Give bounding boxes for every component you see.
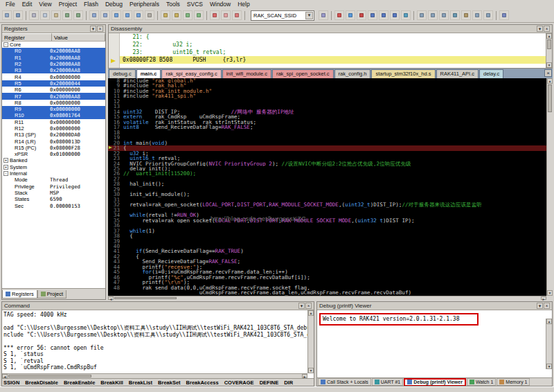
- command-button-breakaccess[interactable]: BreakAccess: [186, 380, 219, 386]
- editor-tab-rak-spi-open-socket-c[interactable]: rak_spi_open_socket.c: [272, 69, 334, 78]
- scroll-down-icon[interactable]: ▼: [546, 62, 552, 68]
- command-button-breakdisable[interactable]: BreakDisable: [25, 380, 58, 386]
- command-vertical-scrollbar[interactable]: ▲ ▼: [307, 310, 314, 373]
- navigate-back-icon[interactable]: [89, 10, 99, 20]
- bottom-tab-call-stack-locals[interactable]: Call Stack + Locals: [318, 378, 371, 386]
- register-row-xpsr[interactable]: xPSR0x01000000: [2, 151, 105, 157]
- scroll-up-icon[interactable]: ▲: [308, 310, 314, 316]
- editor-tab-rak411-api-c[interactable]: RAK411_API.c: [436, 69, 479, 78]
- pin-icon[interactable]: ▾: [90, 26, 96, 32]
- memory-window-icon[interactable]: [472, 10, 482, 20]
- menu-tools[interactable]: Tools: [163, 1, 184, 8]
- save-icon[interactable]: [2, 10, 12, 20]
- menu-file[interactable]: File: [2, 1, 19, 8]
- register-row-core[interactable]: -Core: [2, 42, 105, 48]
- menu-help[interactable]: Help: [234, 1, 253, 8]
- register-row-stack[interactable]: StackMSP: [2, 190, 105, 196]
- run-to-cursor-icon[interactable]: [401, 10, 411, 20]
- register-row-r3[interactable]: R30x20000AA8: [2, 67, 105, 73]
- scroll-right-icon[interactable]: ►: [541, 296, 546, 300]
- editor-tab-rak-spi-easy-config-c[interactable]: rak_spi_easy_config.c: [161, 69, 221, 78]
- command-button-breakset[interactable]: BreakSet: [158, 380, 181, 386]
- printf-viewer-output[interactable]: Welcome to RAK421 version=2.0.1.31-2.1.3…: [317, 310, 552, 377]
- register-row-r7[interactable]: R70x20000AA8: [2, 93, 105, 99]
- bottom-tab-watch-1[interactable]: Watch 1: [467, 378, 496, 386]
- paste-icon[interactable]: [51, 10, 61, 20]
- insert-breakpoint-icon[interactable]: [210, 10, 220, 20]
- command-button-coverage[interactable]: COVERAGE: [224, 380, 254, 386]
- disassembly-window-icon[interactable]: [428, 10, 438, 20]
- register-row-r11[interactable]: R110x00000000: [2, 119, 105, 125]
- register-row-privilege[interactable]: PrivilegePrivileged: [2, 184, 105, 190]
- save-all-icon[interactable]: [13, 10, 23, 20]
- editor-tab-rak-config-h[interactable]: rak_config.h: [334, 69, 371, 78]
- command-button-breakenable[interactable]: BreakEnable: [64, 380, 95, 386]
- indent-icon[interactable]: [161, 10, 170, 20]
- step-out-icon[interactable]: [390, 10, 400, 20]
- register-row-r6[interactable]: R60x00000000: [2, 87, 105, 93]
- editor-tab-debug-c[interactable]: debug.c: [109, 69, 136, 78]
- register-row-r15-pc[interactable]: R15 (PC)0x08000F28: [2, 145, 105, 151]
- bottom-tab-debug-printf-viewer[interactable]: Debug (printf) Viewer: [404, 378, 466, 386]
- scroll-down-icon[interactable]: ▼: [546, 364, 552, 369]
- kill-breakpoints-icon[interactable]: [232, 10, 242, 20]
- disassembly-scrollbar[interactable]: ▲ ▼: [546, 33, 552, 68]
- editor-tab-main-c[interactable]: main.c: [136, 69, 161, 78]
- register-row-sec[interactable]: Sec0.00000153: [2, 202, 105, 208]
- expand-plus-icon[interactable]: +: [3, 158, 8, 163]
- step-over-icon[interactable]: [379, 10, 388, 20]
- pin-icon[interactable]: ▾: [537, 303, 543, 309]
- step-icon[interactable]: [368, 10, 377, 20]
- disassembly-content[interactable]: 21: { 22: u32 i; 23: uint16_t retval;0x0…: [109, 33, 546, 68]
- copy-icon[interactable]: [40, 10, 50, 20]
- scrollbar-thumb[interactable]: [548, 84, 552, 112]
- bookmark-icon[interactable]: [111, 10, 121, 20]
- prev-bookmark-icon[interactable]: [123, 10, 132, 20]
- editor-vertical-scrollbar[interactable]: ▲ ▼: [546, 78, 553, 296]
- scroll-up-icon[interactable]: ▲: [546, 33, 552, 39]
- register-row-r4[interactable]: R40x00000000: [2, 73, 105, 80]
- command-button-breaklist[interactable]: BreakList: [129, 380, 152, 386]
- outdent-icon[interactable]: [172, 10, 181, 20]
- register-row-internal[interactable]: -Internal: [2, 170, 105, 177]
- tab-close-icon[interactable]: ×: [544, 69, 552, 77]
- viewer-vertical-scrollbar[interactable]: ▲ ▼: [546, 319, 552, 369]
- scroll-down-icon[interactable]: ▼: [308, 368, 314, 373]
- ssid-combobox[interactable]: RAK_SCAN_SSID ▼: [251, 10, 314, 21]
- serial-window-icon[interactable]: [450, 10, 460, 20]
- command-button-ssign[interactable]: SSIGN: [3, 380, 19, 386]
- register-row-system[interactable]: +System: [2, 164, 105, 170]
- redo-icon[interactable]: [73, 10, 83, 20]
- comment-icon[interactable]: [183, 10, 193, 20]
- scroll-down-icon[interactable]: ▼: [547, 290, 553, 296]
- collapse-minus-icon[interactable]: -: [3, 42, 8, 47]
- scrollbar-thumb[interactable]: [114, 297, 177, 299]
- register-row-r10[interactable]: R100x08001764: [2, 112, 105, 118]
- scroll-up-icon[interactable]: ▲: [547, 78, 553, 84]
- editor-tab-delay-c[interactable]: delay.c: [479, 69, 503, 78]
- run-icon[interactable]: [346, 10, 355, 20]
- watch-window-icon[interactable]: [483, 10, 493, 20]
- command-output[interactable]: TAG speed: 4000 kHz oad "C:\\Users\\Burg…: [2, 310, 307, 373]
- pin-icon[interactable]: ▾: [537, 26, 543, 32]
- menu-flash[interactable]: Flash: [80, 1, 102, 8]
- editor-tab-startup-stm32f10x-hd-s[interactable]: startup_stm32f10x_hd.s: [371, 69, 435, 78]
- register-row-r8[interactable]: R80x00000000: [2, 100, 105, 106]
- register-row-mode[interactable]: ModeThread: [2, 177, 105, 183]
- menu-edit[interactable]: Edit: [19, 1, 36, 8]
- close-icon[interactable]: ×: [544, 26, 550, 32]
- scroll-up-icon[interactable]: ▲: [546, 319, 552, 324]
- register-row-r13-sp[interactable]: R13 (SP)0x20000DA0: [2, 132, 105, 138]
- code-editor[interactable]: 8#include "rak_global.h"9#include "rak_h…: [108, 78, 546, 296]
- collapse-minus-icon[interactable]: -: [3, 171, 8, 176]
- register-row-states[interactable]: States6590: [2, 196, 105, 202]
- chevron-down-icon[interactable]: ▼: [305, 12, 313, 19]
- menu-project[interactable]: Project: [55, 1, 80, 8]
- command-horizontal-scrollbar[interactable]: ◄ ►: [2, 373, 307, 378]
- menu-peripherals[interactable]: Peripherals: [126, 1, 163, 8]
- navigate-forward-icon[interactable]: [100, 10, 110, 20]
- menu-debug[interactable]: Debug: [102, 1, 126, 8]
- menu-view[interactable]: View: [35, 1, 55, 8]
- scroll-left-icon[interactable]: ◄: [108, 296, 114, 300]
- register-row-banked[interactable]: +Banked: [2, 157, 105, 163]
